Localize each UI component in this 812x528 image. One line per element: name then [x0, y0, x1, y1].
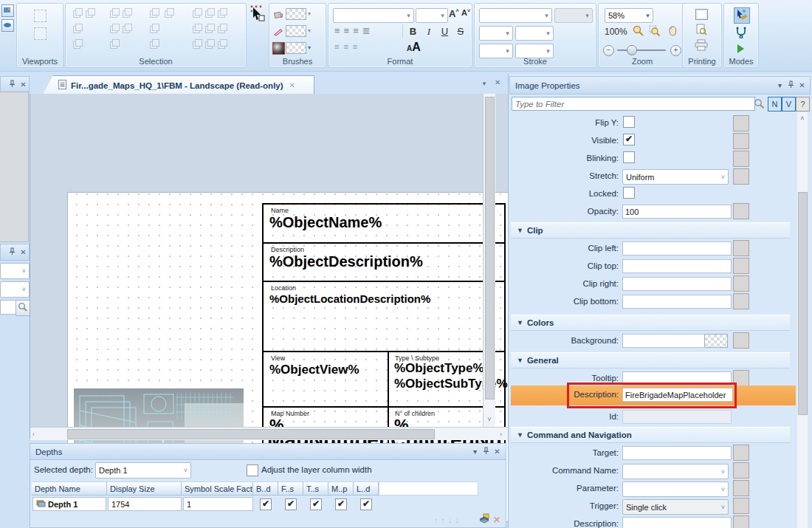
selection-tool-icon[interactable] — [150, 24, 162, 33]
same-size-icon[interactable] — [218, 8, 227, 18]
increase-font-icon[interactable]: A˄ — [449, 8, 458, 19]
scroll-right-icon[interactable]: › — [500, 431, 502, 438]
column-header[interactable]: Display Size — [107, 481, 182, 496]
column-header[interactable]: L..d — [354, 481, 379, 496]
section-colors[interactable]: ▼Colors — [511, 315, 790, 331]
binding-button[interactable] — [733, 332, 749, 349]
left-panel2-combo-1[interactable]: ˅ — [0, 263, 30, 279]
zoom-increase-button[interactable]: + — [670, 45, 681, 56]
stroke-miter-combo[interactable]: ▾ — [515, 44, 554, 58]
move-top-icon[interactable]: ↑ — [434, 515, 441, 524]
adjust-layer-width-checkbox[interactable] — [247, 464, 258, 476]
zoom-decrease-button[interactable]: − — [603, 45, 614, 56]
scroll-left-icon[interactable]: ‹ — [32, 431, 35, 438]
binding-button[interactable] — [733, 115, 749, 131]
close-icon[interactable]: ✕ — [796, 81, 808, 89]
binding-button[interactable] — [733, 498, 749, 514]
move-bottom-icon[interactable]: ↓ — [455, 515, 463, 524]
selection-tool-icon[interactable] — [123, 8, 132, 18]
font-dialog-icon[interactable]: AA — [407, 41, 421, 54]
align-top-icon[interactable] — [205, 8, 215, 18]
help-button[interactable]: ? — [796, 97, 810, 112]
page-setup-icon[interactable] — [695, 9, 708, 20]
menu-chevron-icon[interactable]: ▾ — [469, 448, 481, 456]
font-size-combo[interactable]: ▾ — [416, 8, 448, 23]
delete-depth-icon[interactable]: ✕ — [493, 515, 500, 525]
zoom-slider[interactable] — [617, 49, 666, 51]
section-command-navigation[interactable]: ▼Command and Navigation — [511, 427, 790, 443]
background-color-swatch[interactable] — [704, 334, 728, 348]
design-mode-button[interactable] — [734, 7, 750, 24]
filter-input[interactable] — [512, 97, 755, 111]
zoom-slider-thumb[interactable] — [627, 45, 637, 55]
binding-button[interactable] — [733, 240, 749, 256]
command-name-combo[interactable]: ˅ — [622, 464, 729, 479]
clip-top-field[interactable] — [622, 259, 732, 273]
tab-close-icon[interactable]: ✕ — [289, 81, 295, 89]
zoom-in-icon[interactable] — [633, 25, 644, 40]
parameter-combo[interactable]: ˅ — [622, 481, 729, 497]
tabwell-menu-icon[interactable]: ▼ — [481, 80, 487, 87]
column-header[interactable]: Symbol Scale Factor — [182, 481, 253, 496]
zoom-region-icon[interactable] — [649, 25, 661, 40]
print-preview-icon[interactable] — [695, 24, 707, 38]
horizontal-scrollbar[interactable]: ‹ › — [30, 427, 509, 440]
move-up-icon[interactable]: ↑ — [441, 515, 449, 524]
align-bottom-icon[interactable] — [205, 39, 215, 49]
binding-button[interactable] — [733, 275, 749, 292]
vertical-scrollbar[interactable]: ˅ — [483, 94, 495, 427]
properties-scrollbar[interactable]: ˄ — [797, 112, 808, 528]
decrease-font-icon[interactable]: A˅ — [461, 8, 470, 17]
blinking-checkbox[interactable] — [623, 151, 635, 163]
selection-tool-icon[interactable] — [73, 39, 83, 49]
column-header[interactable]: F..s — [278, 481, 303, 496]
left-panel2-search-input[interactable] — [0, 300, 16, 315]
selection-tool-icon[interactable] — [110, 24, 120, 33]
selection-tool-icon[interactable] — [165, 8, 176, 18]
line-brush-swatch[interactable] — [286, 25, 306, 37]
align-left-text-icon[interactable]: ≡ — [334, 25, 344, 36]
align-right-text-icon[interactable]: ≡ — [353, 25, 362, 36]
selection-tool-icon[interactable] — [73, 8, 83, 18]
center-horizontal-icon[interactable] — [205, 24, 215, 33]
binding-button[interactable] — [733, 151, 749, 167]
depth-row-checkbox[interactable]: ✔ — [285, 498, 297, 510]
pin-icon[interactable] — [7, 247, 18, 257]
italic-button[interactable]: I — [422, 26, 435, 38]
depth-row-checkbox[interactable]: ✔ — [310, 498, 322, 510]
selection-tool-icon[interactable] — [150, 8, 162, 18]
zoom-100-button[interactable]: 100% — [605, 27, 627, 37]
scroll-up-icon[interactable]: ˄ — [797, 112, 808, 122]
stroke-cap-combo[interactable]: ▾ — [554, 8, 593, 23]
document-tab[interactable]: Fir...gade_Maps_HQ_1\FBM - Landscape (Re… — [43, 75, 314, 95]
underline-button[interactable]: U — [438, 26, 451, 37]
visible-checkbox[interactable]: ✔ — [623, 134, 635, 145]
binding-button[interactable] — [733, 445, 749, 461]
close-icon[interactable]: ✕ — [492, 448, 503, 456]
binding-button[interactable] — [733, 203, 749, 219]
selection-tool-icon[interactable] — [110, 39, 120, 49]
close-icon[interactable]: ✕ — [18, 248, 29, 256]
binding-button[interactable] — [733, 293, 749, 309]
depth-row-checkbox[interactable]: ✔ — [360, 498, 372, 510]
clip-right-field[interactable] — [622, 277, 732, 291]
search-icon[interactable] — [16, 300, 30, 316]
selection-tool-icon[interactable] — [123, 24, 132, 33]
align-left-icon[interactable] — [193, 8, 202, 18]
column-header[interactable]: T..s — [303, 481, 328, 496]
column-header[interactable]: B..d — [253, 481, 278, 496]
z-order-icon[interactable] — [218, 39, 227, 49]
section-general[interactable]: ▼General — [511, 352, 790, 368]
clip-bottom-field[interactable] — [622, 295, 732, 309]
depth-row-checkbox[interactable]: ✔ — [260, 498, 272, 510]
menu-chevron-icon[interactable]: ▾ — [774, 81, 785, 89]
stroke-style-combo[interactable]: ▾ — [479, 8, 552, 23]
line-brush-icon[interactable] — [273, 26, 283, 35]
line-spacing-icon[interactable]: ≡ — [353, 42, 362, 51]
center-vertical-icon[interactable] — [193, 24, 202, 33]
pin-icon[interactable] — [785, 80, 796, 90]
section-clip[interactable]: ▼Clip — [511, 222, 790, 239]
background-color-field[interactable] — [622, 334, 706, 348]
line-spacing-icon[interactable]: ≡ — [334, 42, 343, 51]
fill-brush-icon[interactable] — [273, 9, 283, 18]
